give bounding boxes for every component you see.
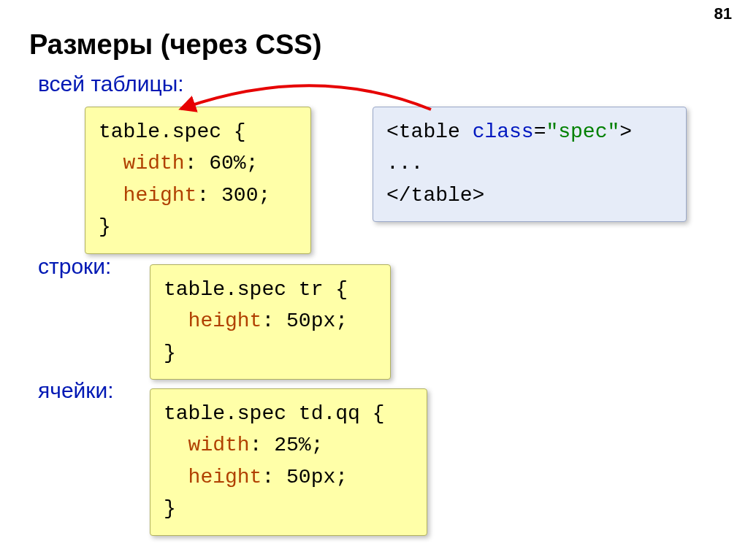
- code-text: [99, 152, 123, 174]
- code-text: <table: [386, 120, 473, 143]
- code-text: [164, 466, 188, 488]
- page-number: 81: [714, 4, 732, 23]
- code-text: =: [534, 120, 546, 143]
- code-text: : 50px;: [262, 310, 348, 332]
- code-text: class: [473, 120, 534, 143]
- code-text: >: [619, 120, 632, 143]
- code-text: }: [99, 215, 111, 238]
- code-text: </table>: [386, 184, 484, 207]
- code-text: table.spec td.qq {: [164, 402, 384, 425]
- code-box-row: table.spec tr { height: 50px; }: [150, 264, 391, 380]
- slide-title: Размеры (через CSS): [29, 29, 321, 61]
- code-text: : 25%;: [250, 434, 324, 456]
- html-box: <table class="spec"> ... </table>: [373, 107, 687, 222]
- code-text: width: [123, 152, 185, 174]
- code-text: }: [164, 342, 176, 364]
- code-text: [164, 310, 188, 332]
- code-text: [164, 434, 188, 456]
- code-text: : 50px;: [262, 466, 348, 488]
- code-text: height: [188, 466, 262, 488]
- code-text: ...: [386, 152, 423, 174]
- code-text: table.spec tr {: [164, 278, 348, 301]
- label-cells: ячейки:: [38, 378, 114, 403]
- code-text: [99, 184, 123, 207]
- code-text: "spec": [546, 120, 619, 143]
- code-box-table: table.spec { width: 60%; height: 300; }: [85, 107, 311, 254]
- code-text: height: [188, 310, 262, 332]
- label-rows: строки:: [38, 254, 111, 279]
- code-box-cell: table.spec td.qq { width: 25%; height: 5…: [150, 388, 427, 536]
- code-text: }: [164, 497, 176, 520]
- code-text: table.spec {: [99, 120, 246, 143]
- code-text: : 300;: [196, 184, 270, 207]
- code-text: width: [188, 434, 250, 456]
- code-text: height: [123, 184, 197, 207]
- label-whole-table: всей таблицы:: [38, 72, 184, 96]
- code-text: : 60%;: [185, 152, 259, 174]
